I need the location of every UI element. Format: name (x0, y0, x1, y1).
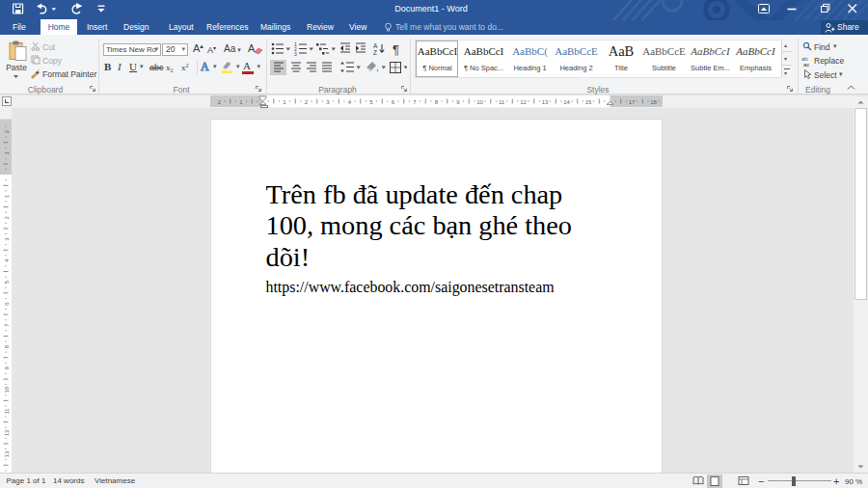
svg-text:12: 12 (520, 99, 527, 105)
svg-text:A: A (201, 60, 209, 73)
svg-text:15: 15 (585, 99, 592, 105)
svg-text:3: 3 (294, 51, 297, 57)
svg-text:A: A (373, 42, 378, 49)
svg-text:Z: Z (373, 49, 377, 56)
svg-text:10: 10 (4, 386, 10, 393)
svg-text:ac: ac (803, 61, 809, 67)
svg-text:13: 13 (4, 450, 10, 457)
svg-text:11: 11 (499, 99, 505, 105)
svg-text:11: 11 (4, 408, 10, 415)
svg-text:12: 12 (4, 429, 10, 436)
svg-text:10: 10 (476, 99, 483, 105)
svg-text:14: 14 (563, 99, 570, 105)
svg-text:13: 13 (542, 99, 549, 105)
svg-text:18: 18 (650, 99, 657, 105)
svg-text:¶: ¶ (393, 42, 399, 57)
svg-text:17: 17 (629, 99, 636, 105)
